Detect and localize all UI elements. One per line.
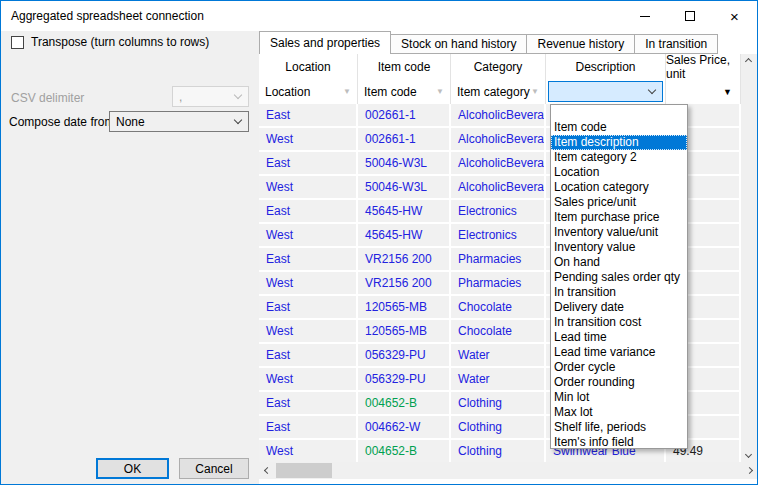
mapping-value: Item code	[364, 85, 436, 99]
dropdown-item-item-purchase-price[interactable]: Item purchase price	[551, 210, 687, 225]
dropdown-item-in-transition-cost[interactable]: In transition cost	[551, 315, 687, 330]
mapping-value: Item category	[457, 85, 531, 99]
table-cell: AlcoholicBeverag	[451, 128, 546, 152]
scroll-left-icon[interactable]	[264, 467, 271, 474]
dropdown-item-order-rounding[interactable]: Order rounding	[551, 375, 687, 390]
window-title: Aggregated spreadsheet connection	[11, 9, 204, 23]
csv-delimiter-value: ,	[179, 90, 235, 104]
column-mapping-row: Location▼Item code▼Item category▼▼	[259, 79, 741, 104]
scroll-right-icon[interactable]	[746, 467, 753, 474]
tab-sales-and-properties[interactable]: Sales and properties	[259, 31, 391, 54]
dropdown-item-in-transition[interactable]: In transition	[551, 285, 687, 300]
scroll-down-icon[interactable]	[745, 451, 752, 458]
maximize-button[interactable]	[667, 1, 712, 31]
horizontal-scrollbar[interactable]	[259, 462, 758, 479]
csv-delimiter-label: CSV delimiter	[11, 91, 84, 105]
mapping-cell-item-code: Item code▼	[358, 79, 451, 104]
table-cell: East	[259, 344, 358, 368]
dropdown-item-order-cycle[interactable]: Order cycle	[551, 360, 687, 375]
table-cell: West	[259, 440, 358, 462]
tab-in-transition[interactable]: In transition	[635, 34, 718, 54]
titlebar: Aggregated spreadsheet connection ×	[1, 1, 757, 31]
dropdown-item-pending-sales-order-qty[interactable]: Pending sales order qty	[551, 270, 687, 285]
close-icon: ×	[730, 9, 739, 24]
table-cell: West	[259, 320, 358, 344]
dropdown-item-location-category[interactable]: Location category	[551, 180, 687, 195]
minimize-button[interactable]	[622, 1, 667, 31]
compose-date-select[interactable]: None	[109, 111, 249, 132]
mapping-select-description[interactable]	[548, 81, 663, 102]
mapping-select-sales-price[interactable]: ▼	[668, 81, 738, 102]
csv-delimiter-select: ,	[172, 86, 249, 107]
dropdown-item-item-code[interactable]: Item code	[551, 120, 687, 135]
table-cell: East	[259, 152, 358, 176]
table-cell: West	[259, 176, 358, 200]
table-cell: 120565-MB	[358, 296, 451, 320]
vertical-scrollbar[interactable]	[741, 54, 757, 462]
dropdown-item-on-hand[interactable]: On hand	[551, 255, 687, 270]
tab-revenue-history[interactable]: Revenue history	[527, 34, 635, 54]
tab-stock-on-hand-history[interactable]: Stock on hand history	[391, 34, 527, 54]
transpose-checkbox[interactable]	[11, 36, 24, 49]
table-cell: Chocolate	[451, 320, 546, 344]
dropdown-item-lead-time[interactable]: Lead time	[551, 330, 687, 345]
column-header-location[interactable]: Location	[259, 54, 358, 79]
table-cell: 002661-1	[358, 128, 451, 152]
chevron-down-icon	[234, 90, 242, 98]
dropdown-item-blank[interactable]	[551, 105, 687, 120]
chevron-down-icon: ▼	[723, 87, 732, 97]
dropdown-item-item-s-info-field[interactable]: Item's info field	[551, 435, 687, 449]
table-cell: 50046-W3L	[358, 152, 451, 176]
dropdown-item-item-description[interactable]: Item description	[551, 135, 687, 150]
dropdown-item-max-lot[interactable]: Max lot	[551, 405, 687, 420]
table-cell: 056329-PU	[358, 344, 451, 368]
dropdown-item-inventory-value-unit[interactable]: Inventory value/unit	[551, 225, 687, 240]
column-header-item-code[interactable]: Item code	[358, 54, 451, 79]
dropdown-item-shelf-life-periods[interactable]: Shelf life, periods	[551, 420, 687, 435]
minimize-icon	[640, 16, 650, 17]
scroll-up-icon[interactable]	[745, 58, 752, 65]
ok-button[interactable]: OK	[96, 458, 169, 479]
table-cell: 004652-B	[358, 392, 451, 416]
table-cell: AlcoholicBeverag	[451, 104, 546, 128]
table-cell: VR2156 200	[358, 248, 451, 272]
dropdown-item-min-lot[interactable]: Min lot	[551, 390, 687, 405]
table-cell: West	[259, 224, 358, 248]
table-cell: West	[259, 272, 358, 296]
scrollbar-thumb[interactable]	[276, 463, 332, 478]
table-cell: 45645-HW	[358, 224, 451, 248]
tab-bar: Sales and propertiesStock on hand histor…	[259, 31, 758, 54]
table-cell: West	[259, 368, 358, 392]
compose-date-label: Compose date from	[9, 115, 114, 129]
close-button[interactable]: ×	[712, 1, 757, 31]
table-cell: Water	[451, 344, 546, 368]
dropdown-item-delivery-date[interactable]: Delivery date	[551, 300, 687, 315]
table-cell: AlcoholicBeverag	[451, 152, 546, 176]
mapping-cell-category: Item category▼	[451, 79, 546, 104]
chevron-down-icon	[648, 85, 656, 93]
mapping-select-location[interactable]: Location▼	[261, 81, 355, 102]
table-cell: Pharmacies	[451, 248, 546, 272]
dropdown-item-item-category-2[interactable]: Item category 2	[551, 150, 687, 165]
column-header-category[interactable]: Category	[451, 54, 546, 79]
table-cell: East	[259, 296, 358, 320]
table-cell: AlcoholicBeverag	[451, 176, 546, 200]
dropdown-item-sales-price-unit[interactable]: Sales price/unit	[551, 195, 687, 210]
mapping-select-item-code[interactable]: Item code▼	[360, 81, 448, 102]
table-cell: Pharmacies	[451, 272, 546, 296]
mapping-value: Location	[265, 85, 343, 99]
dropdown-item-lead-time-variance[interactable]: Lead time variance	[551, 345, 687, 360]
chevron-down-icon: ▼	[343, 87, 351, 96]
table-cell: 004652-B	[358, 440, 451, 462]
dropdown-item-location[interactable]: Location	[551, 165, 687, 180]
transpose-label: Transpose (turn columns to rows)	[31, 35, 209, 49]
column-header-sales-price-unit[interactable]: Sales Price, unit	[666, 54, 741, 79]
column-header-description[interactable]: Description	[546, 54, 666, 79]
preview-panel: Sales and propertiesStock on hand histor…	[259, 31, 758, 485]
chevron-down-icon: ▼	[436, 87, 444, 96]
chevron-down-icon: ▼	[531, 87, 539, 96]
dropdown-item-inventory-value[interactable]: Inventory value	[551, 240, 687, 255]
cancel-button[interactable]: Cancel	[179, 458, 249, 479]
mapping-select-category[interactable]: Item category▼	[453, 81, 543, 102]
maximize-icon	[685, 11, 695, 21]
